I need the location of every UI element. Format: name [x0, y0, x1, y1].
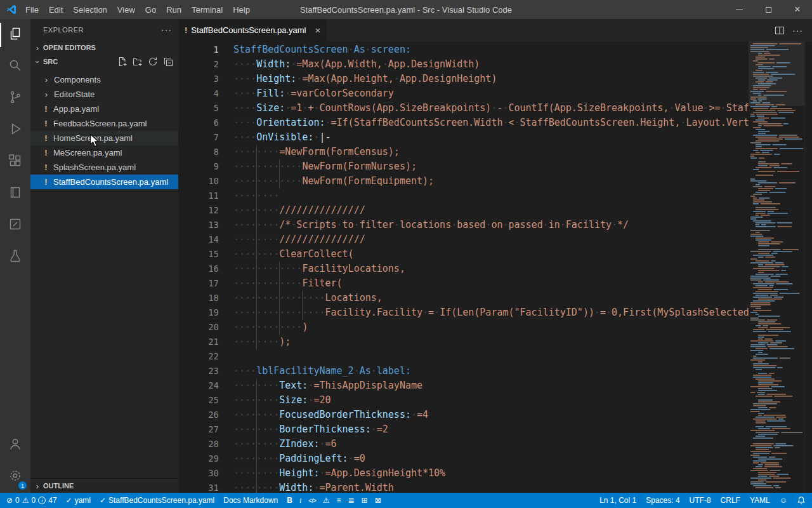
code-line[interactable]: 17············Filter( — [178, 276, 812, 291]
accounts-button[interactable] — [0, 429, 30, 461]
tab-staffbedcountsscreen[interactable]: ! StaffBedCountsScreen.pa.yaml × — [178, 19, 327, 41]
code-line[interactable]: 11········ — [178, 189, 812, 203]
tree-item-file[interactable]: !HomeScreen.pa.yaml — [30, 131, 178, 145]
outline-section[interactable]: › OUTLINE — [30, 478, 178, 493]
code-line[interactable]: 5····Size:·=1·+·CountRows(App.SizeBreakp… — [178, 101, 812, 116]
file-check-indicator[interactable]: ✓ StaffBedCountsScreen.pa.yaml — [100, 496, 214, 505]
code-line[interactable]: 19················Facility.Facility·=·If… — [178, 305, 812, 320]
menu-view[interactable]: View — [112, 0, 140, 19]
tree-item-file[interactable]: !SplashScreen.pa.yaml — [30, 160, 178, 175]
code-line[interactable]: 9············NewForm(FormNurses); — [178, 159, 812, 174]
menu-selection[interactable]: Selection — [68, 0, 112, 19]
run-debug-tab[interactable] — [0, 114, 30, 146]
code-line[interactable]: 10············NewForm(FormEquipment); — [178, 174, 812, 189]
minimap[interactable] — [749, 41, 804, 493]
encoding-indicator[interactable]: UTF-8 — [690, 496, 711, 505]
menu-go[interactable]: Go — [140, 0, 161, 19]
code-line[interactable]: 4····Fill:·=varColorSecondary — [178, 86, 812, 101]
line-col-indicator[interactable]: Ln 1, Col 1 — [599, 496, 636, 505]
code-line[interactable]: 13········/*·Scripts·to·filter·locations… — [178, 218, 812, 232]
explorer-tab[interactable] — [0, 19, 30, 51]
tree-item-file[interactable]: !App.pa.yaml — [30, 102, 178, 116]
italic-icon[interactable]: i — [299, 496, 301, 505]
code-line[interactable]: 25········Size:·=20 — [178, 393, 812, 408]
code-line[interactable]: 3····Height:·=Max(App.Height,·App.Design… — [178, 72, 812, 86]
code-line[interactable]: 28········ZIndex:·=6 — [178, 437, 812, 451]
menu-file[interactable]: File — [20, 0, 44, 19]
new-folder-icon[interactable] — [133, 57, 143, 67]
docs-tab[interactable] — [0, 178, 30, 210]
code-block-icon[interactable]: </> — [308, 497, 315, 504]
problems-indicator[interactable]: ⊘ 0 ⚠ 0 i 47 — [6, 496, 57, 505]
source-control-tab[interactable] — [0, 83, 30, 114]
code-line[interactable]: 15········ClearCollect( — [178, 247, 812, 262]
yaml-check-indicator[interactable]: ✓ yaml — [66, 496, 91, 505]
status-bar: ⊘ 0 ⚠ 0 i 47 ✓ yaml ✓ StaffBedCountsScre… — [0, 493, 812, 508]
bold-icon[interactable]: B — [287, 496, 292, 505]
code-line[interactable]: 14········/////////////// — [178, 232, 812, 247]
indentation-indicator[interactable]: Spaces: 4 — [646, 496, 679, 505]
new-file-icon[interactable] — [117, 57, 128, 67]
refresh-icon[interactable] — [148, 57, 158, 67]
alert-icon[interactable]: ⚠ — [323, 496, 330, 505]
code-line[interactable]: 24········Text:·=ThisAppDisplayName — [178, 378, 812, 393]
menu-run[interactable]: Run — [161, 0, 187, 19]
extensions-tab[interactable] — [0, 146, 30, 178]
code-line[interactable]: 6····Orientation:·=If(StaffBedCountsScre… — [178, 116, 812, 130]
tree-item-file[interactable]: !StaffBedCountsScreen.pa.yaml — [30, 175, 178, 189]
notifications-bell-icon[interactable] — [797, 496, 806, 505]
code-line[interactable]: 16············FacilityLocations, — [178, 262, 812, 276]
code-text: ····Size:·=1·+·CountRows(App.SizeBreakpo… — [219, 101, 812, 116]
overview-ruler[interactable] — [804, 41, 812, 493]
code-line[interactable]: 12········/////////////// — [178, 203, 812, 218]
language-mode-indicator[interactable]: YAML — [750, 496, 770, 505]
close-button[interactable]: × — [783, 0, 812, 19]
image-icon[interactable]: ⊠ — [375, 496, 381, 505]
code-line[interactable]: 31········Width:·=Parent.Width — [178, 481, 812, 493]
code-line[interactable]: 29········PaddingLeft:·=0 — [178, 451, 812, 466]
close-tab-icon[interactable]: × — [315, 25, 321, 36]
code-line[interactable]: 18················Locations, — [178, 291, 812, 305]
code-editor[interactable]: 1StaffBedCountsScreen·As·screen:2····Wid… — [178, 41, 812, 493]
tree-item-file[interactable]: !FeedbackScreen.pa.yaml — [30, 116, 178, 131]
menu-help[interactable]: Help — [228, 0, 255, 19]
explorer-sidebar: EXPLORER ··· › OPEN EDITORS › SRC ›Compo… — [30, 19, 178, 493]
code-line[interactable]: 22 — [178, 349, 812, 364]
src-section[interactable]: › SRC — [30, 55, 178, 69]
code-line[interactable]: 7····OnVisible:·|- — [178, 130, 812, 145]
menu-terminal[interactable]: Terminal — [187, 0, 228, 19]
maximize-button[interactable] — [754, 0, 783, 19]
split-editor-icon[interactable] — [775, 25, 785, 36]
minimize-button[interactable] — [724, 0, 754, 19]
code-line[interactable]: 8········=NewForm(FormCensus); — [178, 145, 812, 159]
code-line[interactable]: 30········Height:·=App.DesignHeight*10% — [178, 466, 812, 481]
code-line[interactable]: 20············) — [178, 320, 812, 335]
numbered-list-icon[interactable]: ≣ — [348, 496, 355, 505]
editor-area: ! StaffBedCountsScreen.pa.yaml × ··· 1St… — [178, 19, 812, 493]
code-line[interactable]: 26········FocusedBorderThickness:·=4 — [178, 408, 812, 422]
tree-item-file[interactable]: !MeScreen.pa.yaml — [30, 145, 178, 160]
settings-button[interactable]: 1 — [0, 461, 30, 493]
bulleted-list-icon[interactable]: ≡ — [337, 496, 341, 505]
collapse-all-icon[interactable] — [163, 57, 173, 67]
search-tab[interactable] — [0, 51, 30, 83]
account-icon — [8, 436, 23, 454]
explorer-more-actions-icon[interactable]: ··· — [161, 25, 172, 35]
code-line[interactable]: 23····lblFacilityName_2·As·label: — [178, 364, 812, 378]
tree-item-folder[interactable]: ›Components — [30, 72, 178, 87]
tree-item-folder[interactable]: ›EditorState — [30, 87, 178, 102]
testing-tab[interactable] — [0, 241, 30, 273]
open-editors-section[interactable]: › OPEN EDITORS — [30, 41, 178, 55]
table-icon[interactable]: ⊞ — [362, 496, 368, 505]
code-line[interactable]: 2····Width:·=Max(App.Width,·App.DesignWi… — [178, 57, 812, 72]
eol-indicator[interactable]: CRLF — [721, 496, 740, 505]
feedback-smiley-icon[interactable]: ☺ — [780, 496, 787, 505]
docs-markdown-indicator[interactable]: Docs Markdown — [223, 496, 278, 505]
editor-more-actions-icon[interactable]: ··· — [792, 25, 803, 36]
editor-tools-tab[interactable] — [0, 210, 30, 241]
code-line[interactable]: 27········BorderThickness:·=2 — [178, 422, 812, 437]
code-line[interactable]: 1StaffBedCountsScreen·As·screen: — [178, 43, 812, 57]
code-line[interactable]: 21········); — [178, 335, 812, 349]
minimap-slider[interactable] — [749, 41, 804, 106]
menu-edit[interactable]: Edit — [44, 0, 68, 19]
